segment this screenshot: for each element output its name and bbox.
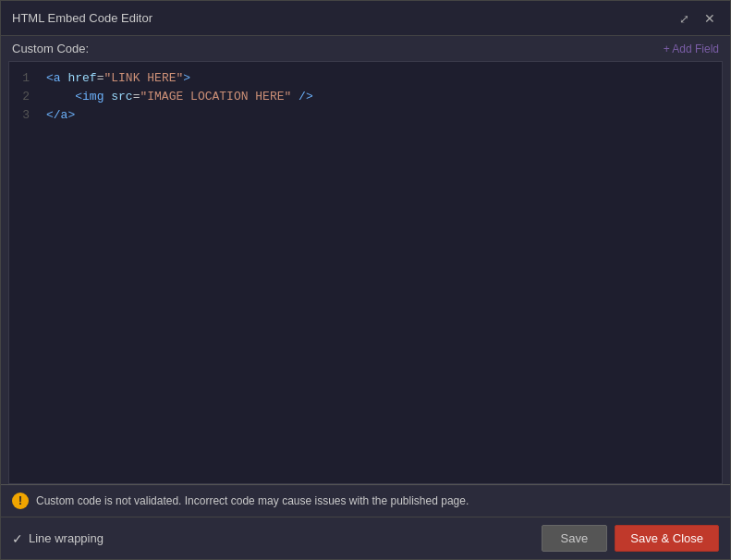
line-number-2: 2 bbox=[18, 88, 30, 106]
close-button[interactable]: ✕ bbox=[701, 10, 719, 27]
line-number-3: 3 bbox=[18, 106, 30, 125]
save-close-button[interactable]: Save & Close bbox=[615, 525, 719, 552]
footer-bar: ✓ Line wrapping Save Save & Close bbox=[1, 517, 730, 559]
title-bar-controls: ⤢ ✕ bbox=[676, 10, 719, 27]
warning-text: Custom code is not validated. Incorrect … bbox=[36, 494, 469, 507]
close-icon: ✕ bbox=[704, 11, 715, 26]
html-embed-dialog: HTML Embed Code Editor ⤢ ✕ Custom Code: … bbox=[0, 0, 731, 560]
code-line-1: <a href="LINK HERE"> bbox=[46, 69, 313, 88]
code-line-2: <img src="IMAGE LOCATION HERE" /> bbox=[46, 88, 313, 106]
dialog-title: HTML Embed Code Editor bbox=[12, 11, 152, 25]
line-wrapping-label: Line wrapping bbox=[29, 531, 104, 545]
add-field-button[interactable]: + Add Field bbox=[664, 43, 719, 55]
editor-toolbar: Custom Code: + Add Field bbox=[1, 36, 730, 61]
save-button[interactable]: Save bbox=[542, 525, 608, 552]
custom-code-label: Custom Code: bbox=[12, 42, 89, 55]
expand-button[interactable]: ⤢ bbox=[676, 10, 693, 27]
warning-bar: ! Custom code is not validated. Incorrec… bbox=[1, 484, 730, 517]
warning-icon: ! bbox=[12, 493, 29, 509]
footer-buttons: Save Save & Close bbox=[542, 525, 719, 552]
title-bar: HTML Embed Code Editor ⤢ ✕ bbox=[1, 1, 730, 36]
code-line-3: </a> bbox=[46, 106, 313, 125]
line-numbers: 1 2 3 bbox=[9, 69, 39, 476]
checkmark-icon: ✓ bbox=[12, 531, 23, 546]
line-wrapping-toggle[interactable]: ✓ Line wrapping bbox=[12, 531, 104, 546]
line-number-1: 1 bbox=[18, 69, 30, 88]
code-content: <a href="LINK HERE"> <img src="IMAGE LOC… bbox=[39, 69, 321, 476]
code-editor: 1 2 3 <a href="LINK HERE"> <img src="IMA… bbox=[9, 62, 722, 483]
code-editor-container[interactable]: 1 2 3 <a href="LINK HERE"> <img src="IMA… bbox=[8, 61, 723, 484]
expand-icon: ⤢ bbox=[679, 12, 689, 26]
